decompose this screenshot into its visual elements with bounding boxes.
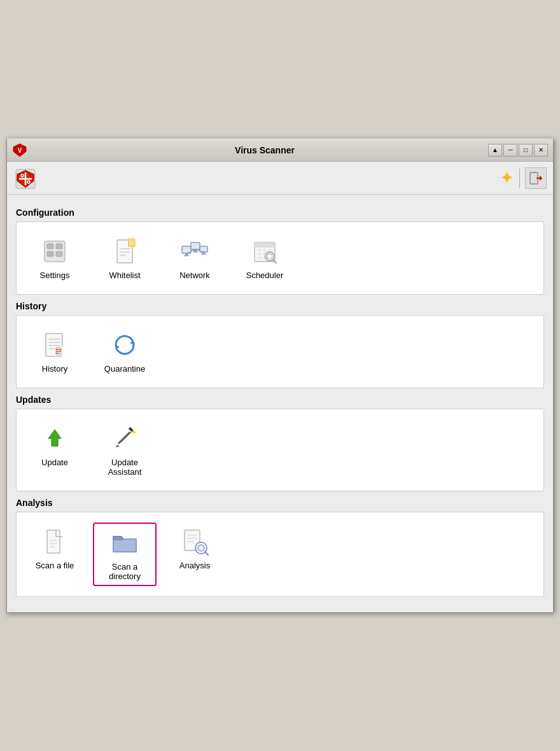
whitelist-icon bbox=[109, 236, 140, 267]
history-section-label: History bbox=[16, 301, 544, 311]
svg-marker-57 bbox=[48, 430, 61, 446]
maximize-button[interactable]: □ bbox=[519, 144, 533, 157]
toolbar-left bbox=[13, 167, 36, 190]
whitelist-label: Whitelist bbox=[109, 270, 140, 280]
scan-directory-item[interactable]: Scan a directory bbox=[93, 523, 157, 586]
analysis-section: Scan a file Scan a directory bbox=[16, 512, 544, 597]
history-item[interactable]: History bbox=[23, 326, 87, 377]
toolbar: ✦ bbox=[7, 162, 553, 195]
main-content: Configuration Settings bbox=[7, 195, 553, 612]
svg-rect-21 bbox=[185, 253, 188, 255]
svg-rect-14 bbox=[56, 251, 62, 256]
svg-marker-55 bbox=[130, 340, 134, 345]
svg-line-44 bbox=[273, 260, 276, 263]
svg-rect-67 bbox=[47, 530, 60, 553]
scan-file-label: Scan a file bbox=[36, 561, 74, 570]
up-button[interactable]: ▲ bbox=[488, 144, 502, 157]
history-label: History bbox=[42, 364, 67, 374]
whitelist-item[interactable]: Whitelist bbox=[93, 232, 157, 284]
svg-point-62 bbox=[132, 431, 135, 433]
toolbar-app-icon bbox=[13, 167, 36, 190]
configuration-section-label: Configuration bbox=[16, 207, 544, 218]
svg-rect-16 bbox=[129, 239, 135, 246]
update-item[interactable]: Update bbox=[23, 419, 87, 481]
toolbar-right: ✦ bbox=[500, 167, 547, 189]
app-icon: V bbox=[12, 143, 27, 158]
close-button[interactable]: ✕ bbox=[534, 144, 548, 157]
update-assistant-icon bbox=[109, 423, 140, 454]
update-assistant-item[interactable]: Update Assistant bbox=[93, 419, 157, 481]
bookmark-star-icon[interactable]: ✦ bbox=[500, 169, 514, 187]
svg-rect-35 bbox=[255, 245, 275, 248]
svg-rect-11 bbox=[47, 244, 53, 249]
svg-line-59 bbox=[118, 432, 130, 444]
scan-file-icon bbox=[39, 526, 70, 557]
minimize-button[interactable]: ─ bbox=[503, 144, 517, 157]
main-window: V Virus Scanner ▲ ─ □ ✕ bbox=[6, 138, 554, 613]
window-controls: ▲ ─ □ ✕ bbox=[488, 144, 548, 157]
settings-label: Settings bbox=[40, 270, 70, 280]
scan-directory-icon bbox=[109, 528, 140, 558]
window-title: Virus Scanner bbox=[32, 145, 497, 155]
updates-section: Update bbox=[16, 409, 544, 491]
analysis-section-label: Analysis bbox=[16, 498, 544, 508]
svg-rect-28 bbox=[201, 254, 206, 255]
svg-rect-13 bbox=[47, 251, 53, 256]
svg-line-60 bbox=[121, 431, 132, 442]
analysis-label: Analysis bbox=[179, 561, 210, 570]
configuration-section: Settings Whitelist bbox=[16, 221, 544, 295]
update-label: Update bbox=[41, 458, 68, 467]
network-icon bbox=[179, 236, 210, 267]
svg-rect-12 bbox=[56, 244, 62, 249]
scheduler-label: Scheduler bbox=[246, 270, 284, 280]
scan-directory-label: Scan a directory bbox=[97, 562, 153, 581]
svg-rect-72 bbox=[113, 537, 122, 540]
svg-marker-61 bbox=[116, 445, 120, 447]
svg-marker-56 bbox=[116, 345, 120, 349]
settings-icon bbox=[39, 236, 70, 267]
updates-section-label: Updates bbox=[16, 395, 544, 405]
settings-item[interactable]: Settings bbox=[23, 232, 87, 284]
quarantine-label: Quarantine bbox=[104, 364, 145, 374]
svg-line-79 bbox=[205, 552, 208, 555]
quarantine-item[interactable]: Quarantine bbox=[93, 326, 157, 377]
scheduler-icon bbox=[249, 236, 280, 267]
quarantine-icon bbox=[109, 330, 140, 360]
svg-rect-27 bbox=[202, 252, 205, 254]
analysis-icon bbox=[179, 526, 210, 557]
svg-rect-22 bbox=[184, 255, 189, 256]
update-icon bbox=[39, 423, 70, 454]
analysis-item[interactable]: Analysis bbox=[163, 523, 227, 586]
network-item[interactable]: Network bbox=[163, 232, 227, 284]
svg-point-43 bbox=[267, 254, 272, 259]
history-section: History Quarantine bbox=[16, 315, 544, 388]
network-label: Network bbox=[179, 270, 210, 280]
svg-rect-23 bbox=[191, 242, 200, 249]
titlebar: V Virus Scanner ▲ ─ □ ✕ bbox=[7, 139, 553, 162]
scan-file-item[interactable]: Scan a file bbox=[23, 523, 87, 586]
scheduler-item[interactable]: Scheduler bbox=[233, 232, 297, 284]
update-assistant-label: Update Assistant bbox=[95, 458, 154, 477]
svg-rect-71 bbox=[113, 539, 136, 552]
svg-point-78 bbox=[198, 545, 204, 551]
exit-button[interactable] bbox=[525, 167, 547, 189]
toolbar-divider bbox=[519, 169, 520, 188]
svg-rect-25 bbox=[193, 251, 198, 253]
svg-text:V: V bbox=[18, 147, 22, 154]
history-icon bbox=[39, 330, 70, 360]
